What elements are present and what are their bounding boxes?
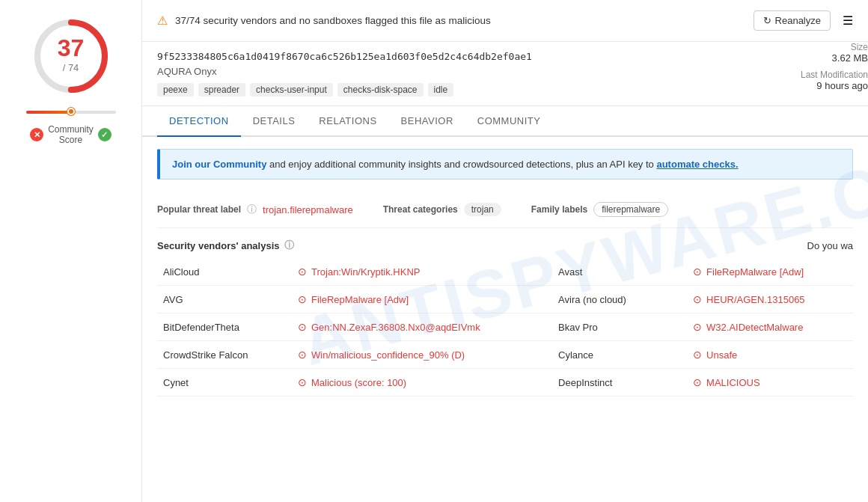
vendor-detection-right: ⊙ FileRepMalware [Adw] bbox=[687, 258, 853, 286]
community-banner-body: and enjoy additional community insights … bbox=[269, 159, 656, 170]
detect-icon-right: ⊙ bbox=[693, 293, 702, 305]
tab-relations[interactable]: RELATIONS bbox=[307, 106, 388, 137]
detect-icon-left: ⊙ bbox=[298, 376, 307, 388]
categories-section: Threat categories trojan bbox=[383, 203, 501, 216]
join-community-link[interactable]: Join our Community bbox=[172, 159, 266, 170]
detect-icon-left: ⊙ bbox=[298, 266, 307, 278]
tab-community[interactable]: COMMUNITY bbox=[465, 106, 553, 137]
vendor-detection-left: ⊙ Win/malicious_confidence_90% (D) bbox=[292, 341, 552, 369]
detect-icon-right: ⊙ bbox=[693, 376, 702, 388]
vendor-name-left: BitDefenderTheta bbox=[157, 313, 292, 341]
table-row: Cynet ⊙ Malicious (score: 100) DeepInsti… bbox=[157, 369, 853, 397]
vendor-detection-left: ⊙ Trojan:Win/Kryptik.HKNP bbox=[292, 258, 552, 286]
vendor-detection-left: ⊙ Malicious (score: 100) bbox=[292, 369, 552, 397]
vendors-table: AliCloud ⊙ Trojan:Win/Kryptik.HKNP Avast… bbox=[157, 258, 853, 397]
alert-text: 37/74 security vendors and no sandboxes … bbox=[175, 15, 746, 26]
family-section: Family labels filerepmalware bbox=[531, 202, 668, 217]
table-row: AVG ⊙ FileRepMalware [Adw] Avira (no clo… bbox=[157, 286, 853, 313]
vendor-name-left: Cynet bbox=[157, 369, 292, 397]
family-label: Family labels bbox=[531, 204, 587, 215]
detect-icon-left: ⊙ bbox=[298, 293, 307, 305]
reanalyze-icon: ↻ bbox=[763, 15, 771, 26]
check-icon: ✓ bbox=[98, 128, 111, 141]
detect-icon-left: ⊙ bbox=[298, 349, 307, 361]
x-icon: ✕ bbox=[30, 128, 43, 141]
vendor-name-right: Avast bbox=[552, 258, 687, 286]
file-hash: 9f5233384805c6a1d0419f8670ca6c526b125ea1… bbox=[157, 51, 853, 62]
size-label: Size bbox=[801, 42, 868, 52]
vendor-name-right: DeepInstinct bbox=[552, 369, 687, 397]
settings-button[interactable]: ☰ bbox=[843, 13, 853, 28]
tags-row: peexespreaderchecks-user-inputchecks-dis… bbox=[157, 83, 853, 97]
detection-text-right: Unsafe bbox=[706, 349, 737, 361]
last-mod-value: 9 hours ago bbox=[801, 80, 868, 91]
vendors-title: Security vendors' analysis ⓘ bbox=[157, 239, 294, 252]
tab-detection[interactable]: DETECTION bbox=[157, 106, 241, 137]
detect-icon-right: ⊙ bbox=[693, 266, 702, 278]
vendor-name-left: CrowdStrike Falcon bbox=[157, 341, 292, 369]
progress-bar bbox=[26, 111, 116, 114]
file-meta: Size 3.62 MB Last Modification 9 hours a… bbox=[801, 42, 868, 91]
content-area: Join our Community and enjoy additional … bbox=[142, 149, 868, 397]
table-row: BitDefenderTheta ⊙ Gen:NN.ZexaF.36808.Nx… bbox=[157, 313, 853, 341]
reanalyze-button[interactable]: ↻ Reanalyze bbox=[754, 10, 831, 31]
file-tag: idle bbox=[428, 83, 454, 97]
file-tag: spreader bbox=[198, 83, 245, 97]
vendor-name-right: Bkav Pro bbox=[552, 313, 687, 341]
vendor-name-right: Cylance bbox=[552, 341, 687, 369]
categories-label: Threat categories bbox=[383, 204, 458, 215]
detection-text-left: Win/malicious_confidence_90% (D) bbox=[311, 349, 465, 361]
score-number: 37 bbox=[58, 34, 85, 62]
table-row: AliCloud ⊙ Trojan:Win/Kryptik.HKNP Avast… bbox=[157, 258, 853, 286]
vendor-detection-right: ⊙ Unsafe bbox=[687, 341, 853, 369]
score-denominator: / 74 bbox=[58, 62, 85, 73]
right-panel: ⚠ 37/74 security vendors and no sandboxe… bbox=[142, 0, 868, 502]
vendor-name-left: AVG bbox=[157, 286, 292, 313]
vendors-title-text: Security vendors' analysis bbox=[157, 240, 280, 251]
vendor-name-left: AliCloud bbox=[157, 258, 292, 286]
size-value: 3.62 MB bbox=[801, 52, 868, 64]
vendor-name-right: Avira (no cloud) bbox=[552, 286, 687, 313]
left-panel: 37 / 74 ✕ CommunityScore ✓ bbox=[0, 0, 142, 502]
file-info: 9f5233384805c6a1d0419f8670ca6c526b125ea1… bbox=[142, 42, 868, 106]
score-text: 37 / 74 bbox=[58, 34, 85, 73]
detect-icon-right: ⊙ bbox=[693, 321, 702, 333]
detection-text-left: Gen:NN.ZexaF.36808.Nx0@aqdEIVmk bbox=[311, 322, 480, 333]
file-tag: peexe bbox=[157, 83, 194, 97]
file-tag: checks-disk-space bbox=[337, 83, 424, 97]
detection-text-right: FileRepMalware [Adw] bbox=[706, 266, 804, 278]
vendor-detection-left: ⊙ FileRepMalware [Adw] bbox=[292, 286, 552, 313]
automate-checks-link[interactable]: automate checks. bbox=[656, 159, 738, 170]
tabs-bar: DETECTIONDETAILSRELATIONSBEHAVIORCOMMUNI… bbox=[142, 106, 868, 137]
threat-info-row: Popular threat label ⓘ trojan.filerepmal… bbox=[157, 192, 853, 228]
alert-actions: ↻ Reanalyze ☰ bbox=[754, 10, 853, 31]
progress-dot bbox=[67, 108, 75, 115]
tab-details[interactable]: DETAILS bbox=[241, 106, 308, 137]
progress-fill bbox=[26, 111, 71, 114]
detect-icon-left: ⊙ bbox=[298, 321, 307, 333]
popular-info-icon: ⓘ bbox=[247, 203, 257, 216]
vendors-header: Security vendors' analysis ⓘ Do you wa bbox=[157, 228, 853, 258]
vendor-detection-right: ⊙ W32.AIDetectMalware bbox=[687, 313, 853, 341]
do-you-want-text: Do you wa bbox=[807, 240, 853, 251]
detection-text-left: Malicious (score: 100) bbox=[311, 377, 406, 388]
alert-banner: ⚠ 37/74 security vendors and no sandboxe… bbox=[142, 0, 868, 42]
table-row: CrowdStrike Falcon ⊙ Win/malicious_confi… bbox=[157, 341, 853, 369]
categories-value: trojan bbox=[464, 203, 501, 216]
score-circle: 37 / 74 bbox=[30, 15, 112, 97]
popular-value: trojan.filerepmalware bbox=[263, 204, 353, 215]
detection-text-left: FileRepMalware [Adw] bbox=[311, 294, 409, 305]
community-info-banner: Join our Community and enjoy additional … bbox=[157, 149, 853, 180]
reanalyze-label: Reanalyze bbox=[775, 15, 821, 26]
tab-behavior[interactable]: BEHAVIOR bbox=[389, 106, 465, 137]
vendor-detection-left: ⊙ Gen:NN.ZexaF.36808.Nx0@aqdEIVmk bbox=[292, 313, 552, 341]
detection-text-right: MALICIOUS bbox=[706, 377, 760, 388]
alert-icon: ⚠ bbox=[157, 13, 168, 28]
popular-threat-section: Popular threat label ⓘ trojan.filerepmal… bbox=[157, 203, 353, 216]
community-label: CommunityScore bbox=[48, 124, 94, 145]
detection-text-right: W32.AIDetectMalware bbox=[706, 322, 803, 333]
vendor-detection-right: ⊙ HEUR/AGEN.1315065 bbox=[687, 286, 853, 313]
vendors-info-icon: ⓘ bbox=[284, 239, 294, 252]
file-tag: checks-user-input bbox=[250, 83, 333, 97]
community-score-row: ✕ CommunityScore ✓ bbox=[30, 124, 111, 145]
